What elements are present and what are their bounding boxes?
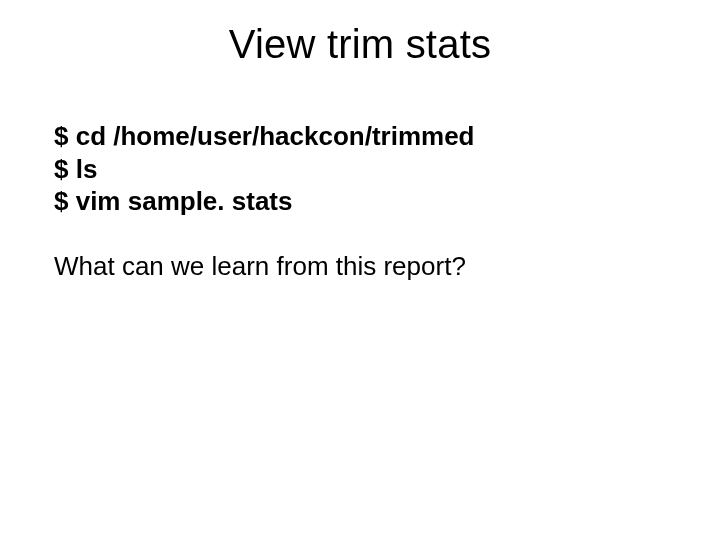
slide-title: View trim stats [0, 22, 720, 67]
command-text: cd /home/user/hackcon/trimmed [76, 121, 475, 151]
slide: View trim stats $ cd /home/user/hackcon/… [0, 0, 720, 540]
command-line-2: $ ls [54, 153, 666, 186]
slide-body: $ cd /home/user/hackcon/trimmed $ ls $ v… [54, 120, 666, 282]
question-text: What can we learn from this report? [54, 250, 666, 283]
prompt: $ [54, 154, 76, 184]
prompt: $ [54, 121, 76, 151]
command-line-1: $ cd /home/user/hackcon/trimmed [54, 120, 666, 153]
prompt: $ [54, 186, 76, 216]
command-text: vim sample. stats [76, 186, 293, 216]
spacer [54, 218, 666, 250]
command-line-3: $ vim sample. stats [54, 185, 666, 218]
command-text: ls [76, 154, 98, 184]
